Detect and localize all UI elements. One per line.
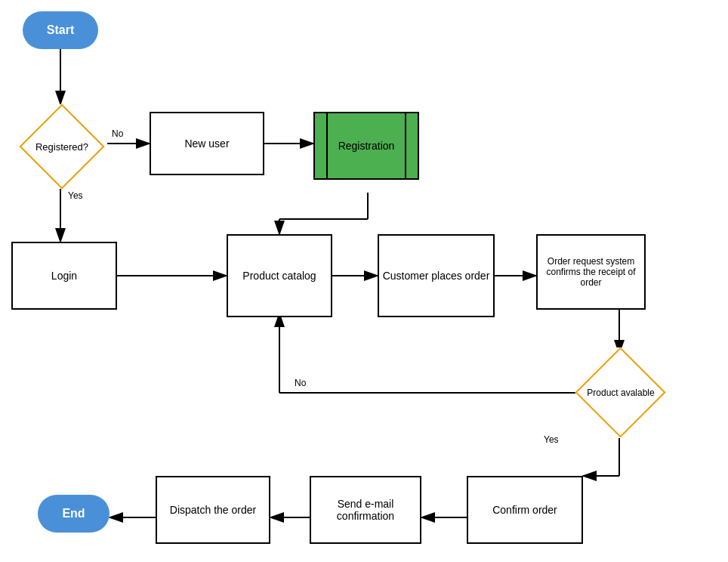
product-available-diamond: Product avalable	[575, 347, 666, 438]
registration-node: Registration	[313, 112, 419, 180]
send-email-label: Send e-mail confirmation	[311, 498, 420, 522]
registered-label: Registered?	[35, 141, 88, 153]
start-label: Start	[47, 23, 74, 37]
start-node: Start	[23, 11, 98, 49]
product-catalog-node: Product catalog	[227, 234, 332, 317]
end-label: End	[62, 507, 85, 520]
confirm-order-label: Confirm order	[492, 504, 557, 516]
registration-label: Registration	[338, 140, 395, 152]
order-request-node: Order request system confirms the receip…	[536, 234, 646, 310]
no-label-product: No	[295, 378, 306, 388]
login-label: Login	[51, 270, 77, 282]
product-catalog-label: Product catalog	[242, 270, 316, 282]
no-product-text: No	[295, 378, 306, 388]
customer-places-order-label: Customer places order	[383, 270, 490, 282]
yes-product-text: Yes	[544, 434, 559, 445]
no-registered-text: No	[112, 128, 123, 139]
yes-label-registered: Yes	[68, 190, 83, 201]
login-node: Login	[11, 242, 117, 310]
yes-label-product: Yes	[544, 434, 559, 445]
dispatch-label: Dispatch the order	[170, 504, 256, 516]
no-label-registered: No	[112, 128, 123, 139]
confirm-order-node: Confirm order	[467, 476, 583, 544]
new-user-label: New user	[184, 137, 229, 150]
flowchart: Start Registered? No Yes New user Regist…	[0, 0, 728, 562]
dispatch-node: Dispatch the order	[156, 476, 270, 544]
order-request-label: Order request system confirms the receip…	[538, 252, 644, 292]
product-available-label: Product avalable	[585, 386, 656, 400]
yes-registered-text: Yes	[68, 190, 83, 201]
customer-places-order-node: Customer places order	[378, 234, 495, 317]
new-user-node: New user	[150, 112, 264, 175]
registered-diamond: Registered?	[17, 104, 107, 189]
end-node: End	[38, 495, 110, 533]
send-email-node: Send e-mail confirmation	[310, 476, 421, 544]
